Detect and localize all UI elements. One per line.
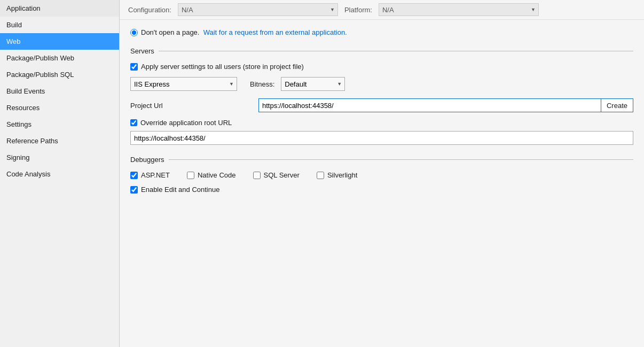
apply-server-settings-checkbox[interactable] [130,63,138,71]
debugger-aspnet-item: ASP.NET [130,171,170,179]
override-url-input[interactable] [130,131,633,145]
sidebar-item-package-publish-sql[interactable]: Package/Publish SQL [0,66,119,83]
override-url-row: Override application root URL [130,119,633,127]
debuggers-divider [169,159,633,160]
sidebar-item-label: Application [6,4,41,12]
dont-open-page-label: Don't open a page. Wait for a request fr… [141,28,347,36]
server-select-wrapper: IIS Express [130,77,237,91]
sidebar-item-label: Resources [6,104,40,112]
configuration-select-wrapper: N/A [178,3,338,16]
debugger-silverlight-item: Silverlight [317,171,357,179]
platform-select[interactable]: N/A [379,3,539,16]
override-url-checkbox[interactable] [130,119,137,126]
servers-title: Servers [130,47,159,55]
sidebar-item-settings[interactable]: Settings [0,116,119,133]
main-panel: Configuration: N/A Platform: N/A Don't o… [120,0,644,347]
project-url-label: Project Url [130,102,258,110]
sidebar-item-label: Package/Publish Web [6,54,74,62]
sidebar-item-label: Build [6,21,22,29]
server-select[interactable]: IIS Express [130,77,237,91]
enable-edit-label: Enable Edit and Continue [141,186,219,194]
topbar: Configuration: N/A Platform: N/A [120,0,644,20]
debugger-aspnet-label: ASP.NET [141,171,170,179]
content-area: Don't open a page. Wait for a request fr… [120,20,644,347]
enable-edit-row: Enable Edit and Continue [130,186,633,194]
sidebar-item-build[interactable]: Build [0,17,119,33]
debuggers-section-header: Debuggers [130,156,633,164]
servers-divider [159,51,633,51]
enable-edit-checkbox[interactable] [130,186,138,194]
project-url-input[interactable] [258,98,601,112]
bitness-select[interactable]: Default [281,77,345,91]
apply-server-settings-row: Apply server settings to all users (stor… [130,63,633,71]
debugger-silverlight-label: Silverlight [327,171,357,179]
debuggers-title: Debuggers [130,156,169,164]
sidebar-item-signing[interactable]: Signing [0,149,119,166]
bitness-label: Bitness: [250,80,274,88]
sidebar-item-label: Reference Paths [6,137,58,145]
bitness-select-wrapper: Default [281,77,345,91]
start-action-row: Don't open a page. Wait for a request fr… [130,28,633,36]
sidebar-item-label: Web [6,37,21,45]
servers-section-header: Servers [130,47,633,55]
debugger-aspnet-checkbox[interactable] [130,172,138,179]
debuggers-row: ASP.NET Native Code SQL Server Silverlig… [130,171,633,179]
debugger-sql-label: SQL Server [264,171,300,179]
debugger-native-label: Native Code [198,171,236,179]
platform-select-wrapper: N/A [379,3,539,16]
debugger-sql-checkbox[interactable] [253,172,261,179]
dont-open-page-radio[interactable] [130,29,138,36]
sidebar-item-label: Build Events [6,87,45,95]
sidebar: Application Build Web Package/Publish We… [0,0,120,347]
sidebar-item-application[interactable]: Application [0,0,119,17]
sidebar-item-package-publish-web[interactable]: Package/Publish Web [0,50,119,66]
sidebar-item-label: Settings [6,120,32,128]
sidebar-item-resources[interactable]: Resources [0,99,119,116]
override-url-label: Override application root URL [140,119,232,127]
create-button[interactable]: Create [601,98,633,112]
debugger-native-checkbox[interactable] [187,172,194,179]
sidebar-item-web[interactable]: Web [0,33,119,50]
wait-for-request-link[interactable]: Wait for a request from an external appl… [203,28,347,36]
debugger-native-item: Native Code [187,171,236,179]
configuration-label: Configuration: [128,6,171,14]
project-url-row: Project Url Create [130,98,633,112]
sidebar-item-label: Package/Publish SQL [6,71,74,79]
sidebar-item-build-events[interactable]: Build Events [0,83,119,99]
sidebar-item-label: Code Analysis [6,170,50,178]
apply-server-settings-label: Apply server settings to all users (stor… [141,63,304,71]
sidebar-item-reference-paths[interactable]: Reference Paths [0,133,119,149]
debugger-sql-item: SQL Server [253,171,300,179]
sidebar-item-label: Signing [6,153,29,161]
sidebar-item-code-analysis[interactable]: Code Analysis [0,166,119,182]
server-controls-row: IIS Express Bitness: Default [130,77,633,91]
debugger-silverlight-checkbox[interactable] [317,172,324,179]
configuration-select[interactable]: N/A [178,3,338,16]
platform-label: Platform: [344,6,372,14]
